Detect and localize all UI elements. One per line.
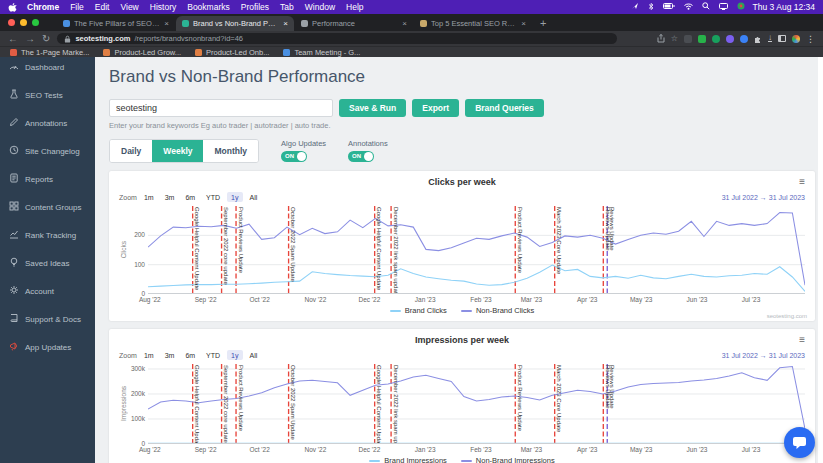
sidebar-item-site-changelog[interactable]: Site Changelog bbox=[0, 137, 95, 165]
bookmark-star-icon[interactable]: ☆ bbox=[671, 34, 678, 43]
menu-tab[interactable]: Tab bbox=[280, 2, 294, 12]
extension-icon[interactable] bbox=[712, 35, 720, 43]
browser-tab[interactable]: The Five Pillars of SEO - Goog...× bbox=[57, 16, 175, 31]
tab-close-icon[interactable]: × bbox=[521, 19, 526, 28]
menu-history[interactable]: History bbox=[150, 2, 176, 12]
legend-item[interactable]: Brand Impressions bbox=[369, 456, 447, 463]
back-icon[interactable]: ← bbox=[8, 34, 18, 44]
wifi-icon[interactable] bbox=[684, 2, 693, 12]
toggle-switch-annotations[interactable]: ON bbox=[348, 151, 374, 162]
sidebar-item-label: Reports bbox=[25, 175, 53, 184]
reload-icon[interactable]: ↻ bbox=[42, 34, 50, 44]
zoom-option-all[interactable]: All bbox=[246, 192, 262, 202]
save-run-button[interactable]: Save & Run bbox=[339, 99, 406, 117]
zoom-option-3m[interactable]: 3m bbox=[161, 192, 179, 202]
chart-menu-icon[interactable]: ≡ bbox=[799, 335, 805, 345]
download-icon[interactable]: ↓ bbox=[768, 35, 772, 42]
profile-avatar[interactable] bbox=[792, 35, 800, 43]
sidebar-item-label: Annotations bbox=[25, 119, 67, 128]
menu-edit[interactable]: Edit bbox=[95, 2, 110, 12]
search-icon[interactable] bbox=[702, 2, 710, 12]
tab-close-icon[interactable]: × bbox=[283, 19, 288, 28]
legend-item[interactable]: Brand Clicks bbox=[390, 306, 447, 315]
date-range[interactable]: 31 Jul 2022 → 31 Jul 2023 bbox=[722, 194, 805, 201]
close-window-button[interactable] bbox=[8, 19, 15, 26]
sidebar-item-rank-tracking[interactable]: Rank Tracking bbox=[0, 221, 95, 249]
extension-icon[interactable] bbox=[698, 35, 706, 43]
zoom-option-1m[interactable]: 1m bbox=[140, 350, 158, 360]
legend-item[interactable]: Non-Brand Clicks bbox=[461, 306, 534, 315]
sidebar-item-saved-ideas[interactable]: Saved Ideas bbox=[0, 249, 95, 277]
chrome-menu-icon[interactable]: ⋮ bbox=[806, 34, 815, 44]
sidebar-item-app-updates[interactable]: App Updates bbox=[0, 333, 95, 361]
zoom-option-1y[interactable]: 1y bbox=[227, 192, 242, 202]
export-button[interactable]: Export bbox=[412, 99, 459, 117]
plot-area[interactable]: Google Helpful Content UpdateSeptember 2… bbox=[148, 364, 805, 444]
bookmark-item[interactable]: Product-Led Onb... bbox=[195, 48, 269, 57]
zoom-option-ytd[interactable]: YTD bbox=[202, 350, 224, 360]
display-icon[interactable] bbox=[719, 2, 728, 12]
brand-queries-button[interactable]: Brand Queries bbox=[465, 99, 544, 117]
toggle-switch-algo-updates[interactable]: ON bbox=[281, 151, 307, 162]
share-icon[interactable] bbox=[657, 34, 665, 43]
date-range[interactable]: 31 Jul 2022 → 31 Jul 2023 bbox=[722, 352, 805, 359]
menu-window[interactable]: Window bbox=[305, 2, 335, 12]
bookmark-item[interactable]: Product-Led Grow... bbox=[103, 48, 181, 57]
extension-icon[interactable] bbox=[726, 35, 734, 43]
pencil-icon bbox=[9, 117, 19, 129]
brand-keywords-input[interactable] bbox=[109, 99, 333, 117]
sidebar-item-reports[interactable]: Reports bbox=[0, 165, 95, 193]
sidepanel-icon[interactable] bbox=[778, 35, 786, 42]
sidebar-item-support-docs[interactable]: Support & Docs bbox=[0, 305, 95, 333]
legend-item[interactable]: Non-Brand Impressions bbox=[461, 456, 555, 463]
zoom-option-1m[interactable]: 1m bbox=[140, 192, 158, 202]
sidebar-item-dashboard[interactable]: Dashboard bbox=[0, 57, 95, 81]
location-icon[interactable] bbox=[631, 2, 639, 12]
zoom-option-all[interactable]: All bbox=[246, 350, 262, 360]
minimize-window-button[interactable] bbox=[20, 19, 27, 26]
extension-icon[interactable] bbox=[740, 35, 748, 43]
extension-icon[interactable] bbox=[684, 35, 692, 43]
menu-profiles[interactable]: Profiles bbox=[241, 2, 269, 12]
menu-chrome[interactable]: Chrome bbox=[27, 2, 59, 12]
period-tab-monthly[interactable]: Monthly bbox=[203, 140, 258, 162]
menu-help[interactable]: Help bbox=[346, 2, 363, 12]
menu-view[interactable]: View bbox=[120, 2, 138, 12]
zoom-window-button[interactable] bbox=[32, 19, 39, 26]
zoom-option-ytd[interactable]: YTD bbox=[202, 192, 224, 202]
browser-tab[interactable]: Brand vs Non-Brand Performa...× bbox=[176, 16, 294, 31]
period-tab-weekly[interactable]: Weekly bbox=[152, 140, 203, 162]
sidebar-item-seo-tests[interactable]: SEO Tests bbox=[0, 81, 95, 109]
tab-close-icon[interactable]: × bbox=[164, 19, 169, 28]
forward-icon[interactable]: → bbox=[25, 34, 35, 44]
extensions-puzzle-icon[interactable] bbox=[754, 35, 762, 43]
bookmark-item[interactable]: Team Meeting - G... bbox=[283, 48, 360, 57]
browser-tab[interactable]: Performance× bbox=[295, 16, 413, 31]
zoom-option-6m[interactable]: 6m bbox=[181, 192, 199, 202]
battery-icon[interactable] bbox=[663, 2, 675, 12]
page-scrollbar[interactable] bbox=[818, 57, 823, 463]
sidebar-item-content-groups[interactable]: Content Groups bbox=[0, 193, 95, 221]
plot-area[interactable]: Google Helpful Content UpdateSeptember 2… bbox=[148, 206, 805, 294]
tab-close-icon[interactable]: × bbox=[402, 19, 407, 28]
apple-logo-icon[interactable] bbox=[8, 2, 17, 12]
window-controls[interactable] bbox=[8, 14, 39, 31]
zoom-option-1y[interactable]: 1y bbox=[227, 350, 242, 360]
url-bar[interactable]: seotesting.com/reports/brandvsnonbrand?i… bbox=[57, 33, 617, 44]
algo-update-label: Google Helpful Content Update bbox=[376, 365, 382, 444]
sidebar-item-account[interactable]: Account bbox=[0, 277, 95, 305]
chat-launcher-button[interactable] bbox=[784, 427, 815, 458]
new-tab-button[interactable]: + bbox=[540, 17, 546, 29]
zoom-option-3m[interactable]: 3m bbox=[161, 350, 179, 360]
x-tick-label: Jun '23 bbox=[687, 446, 708, 453]
menu-bookmarks[interactable]: Bookmarks bbox=[187, 2, 230, 12]
zoom-option-6m[interactable]: 6m bbox=[181, 350, 199, 360]
period-tab-daily[interactable]: Daily bbox=[110, 140, 152, 162]
bookmark-item[interactable]: The 1-Page Marke... bbox=[10, 48, 89, 57]
menu-file[interactable]: File bbox=[70, 2, 84, 12]
bluetooth-icon[interactable] bbox=[648, 2, 654, 13]
meet-icon[interactable] bbox=[737, 2, 745, 12]
sidebar-item-annotations[interactable]: Annotations bbox=[0, 109, 95, 137]
chart-menu-icon[interactable]: ≡ bbox=[799, 177, 805, 187]
browser-tab[interactable]: Top 5 Essential SEO Reporting...× bbox=[414, 16, 532, 31]
